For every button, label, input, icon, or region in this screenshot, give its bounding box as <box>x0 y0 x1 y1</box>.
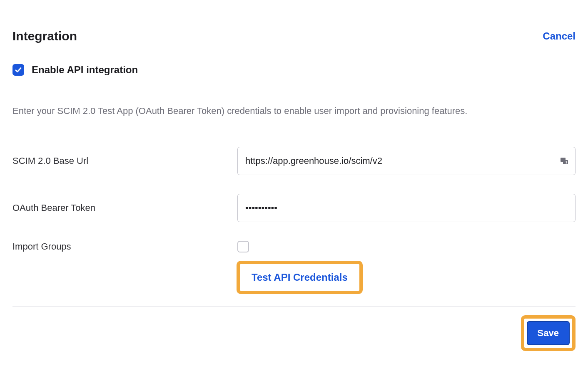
import-groups-checkbox[interactable] <box>237 241 249 252</box>
import-groups-row: Import Groups <box>12 241 576 252</box>
save-button[interactable]: Save <box>527 321 570 345</box>
save-highlight: Save <box>521 315 576 351</box>
oauth-token-control <box>237 194 576 222</box>
integration-panel: Integration Cancel Enable API integratio… <box>12 29 576 351</box>
enable-api-checkbox[interactable] <box>12 64 24 76</box>
header: Integration Cancel <box>12 29 576 43</box>
import-groups-label: Import Groups <box>12 241 237 252</box>
oauth-token-row: OAuth Bearer Token <box>12 194 576 222</box>
oauth-token-label: OAuth Bearer Token <box>12 203 237 213</box>
enable-api-row: Enable API integration <box>12 64 576 76</box>
test-api-credentials-link[interactable]: Test API Credentials <box>252 272 348 283</box>
cancel-link[interactable]: Cancel <box>543 30 576 42</box>
oauth-token-input[interactable] <box>237 194 576 222</box>
test-credentials-highlight: Test API Credentials <box>237 261 363 294</box>
description-text: Enter your SCIM 2.0 Test App (OAuth Bear… <box>12 105 576 118</box>
scim-base-url-row: SCIM 2.0 Base Url 3 <box>12 147 576 175</box>
footer: Save <box>12 315 576 351</box>
import-groups-control <box>237 241 576 252</box>
checkmark-icon <box>15 66 22 74</box>
divider <box>12 307 576 307</box>
enable-api-label: Enable API integration <box>32 64 138 76</box>
scim-base-url-control: 3 <box>237 147 576 175</box>
test-credentials-row: Test API Credentials <box>237 261 576 294</box>
scim-base-url-label: SCIM 2.0 Base Url <box>12 156 237 166</box>
svg-text:3: 3 <box>566 161 568 164</box>
page-title: Integration <box>12 29 77 43</box>
autofill-icon: 3 <box>560 156 570 166</box>
scim-base-url-input[interactable] <box>237 147 576 175</box>
